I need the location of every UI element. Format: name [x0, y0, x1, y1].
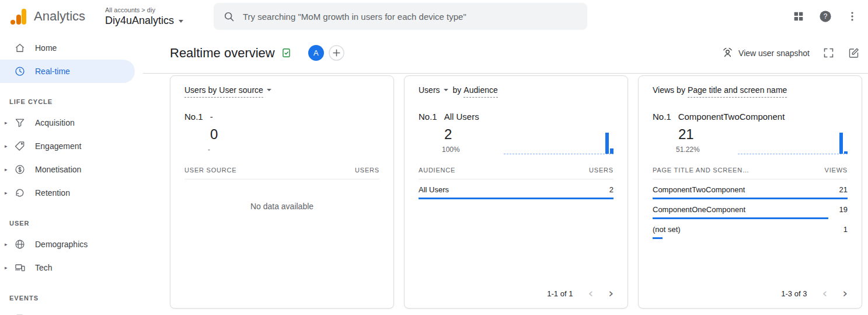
card-title: Users by User source — [184, 85, 379, 98]
expand-arrow-icon[interactable]: ▸ — [5, 167, 14, 172]
card-title: Views by Page title and screen name — [653, 85, 848, 98]
card-dimension-label: User source — [219, 85, 263, 95]
expand-arrow-icon[interactable]: ▸ — [5, 120, 14, 126]
column-value: USERS — [589, 167, 613, 174]
chevron-right-icon[interactable]: › — [608, 288, 613, 299]
metric-sub: - — [208, 146, 379, 154]
expand-arrow-icon[interactable]: ▸ — [5, 190, 14, 196]
acquisition-icon — [14, 117, 26, 129]
top-entry: No.1 ComponentTwoComponent — [653, 112, 848, 122]
card-by-label: by — [208, 85, 217, 95]
sidebar-item-label: Demographics — [35, 240, 88, 249]
pagination: 1-3 of 3 ‹ › — [653, 288, 848, 301]
dimension-dropdown[interactable]: Page title and screen name — [688, 85, 787, 98]
chevron-down-icon — [179, 20, 183, 23]
card-users-by-audience: Users by Audience No.1 All Users 2 100% … — [404, 75, 628, 309]
page-title: Realtime overview — [170, 46, 275, 61]
account-block: All accounts > diy Diy4uAnalytics — [105, 6, 205, 27]
table-row: (not set) 1 — [653, 219, 848, 239]
sidebar-item-label: Engagement — [35, 141, 81, 151]
chevron-left-icon[interactable]: ‹ — [588, 288, 593, 299]
pagination-label: 1-3 of 3 — [781, 289, 807, 298]
add-comparison-button[interactable] — [329, 45, 344, 61]
clock-icon — [14, 65, 26, 77]
rank-label: No.1 — [419, 112, 437, 122]
row-value: 1 — [843, 225, 848, 234]
sidebar-item-label: Monetisation — [35, 165, 81, 174]
card-dimension-label: Page title and screen name — [688, 85, 787, 95]
apps-grid-icon[interactable] — [792, 10, 805, 23]
expand-arrow-icon[interactable]: ▸ — [5, 143, 14, 149]
cards-row: Users by User source No.1 - 0 - USER SOU… — [143, 74, 868, 309]
sidebar-item-retention[interactable]: ▸ Retention — [0, 181, 135, 205]
dimension-dropdown[interactable]: Audience — [463, 85, 497, 98]
row-label: ComponentOneComponent — [653, 205, 745, 214]
sidebar-item-label: Acquisition — [35, 118, 75, 127]
column-dimension: AUDIENCE — [419, 167, 455, 174]
chevron-left-icon[interactable]: ‹ — [822, 288, 827, 299]
top-entry: No.1 All Users — [419, 112, 613, 122]
rank-value: ComponentTwoComponent — [678, 112, 785, 122]
view-user-snapshot-label: View user snapshot — [738, 49, 810, 58]
row-value: 21 — [839, 185, 848, 194]
view-user-snapshot-button[interactable]: View user snapshot — [721, 47, 810, 59]
pagination-label: 1-1 of 1 — [547, 289, 573, 298]
sparkline-chart — [738, 132, 848, 154]
retention-icon — [14, 187, 26, 199]
account-name: Diy4uAnalytics — [105, 15, 174, 27]
sidebar-item-realtime[interactable]: Real-time — [0, 60, 135, 83]
card-by-label: by — [677, 85, 685, 95]
chevron-right-icon[interactable]: › — [842, 288, 848, 299]
column-value: USERS — [355, 167, 379, 174]
user-snapshot-icon — [721, 47, 734, 59]
sidebar-item-engagement[interactable]: ▸ Engagement — [0, 134, 135, 158]
fullscreen-icon[interactable] — [822, 47, 835, 59]
expand-arrow-icon[interactable]: ▸ — [5, 265, 14, 271]
chevron-down-icon[interactable] — [444, 89, 448, 91]
topbar: Analytics All accounts > diy Diy4uAnalyt… — [0, 0, 868, 33]
brand-name: Analytics — [34, 9, 85, 24]
row-value-bar — [653, 237, 663, 239]
row-label: (not set) — [653, 225, 681, 234]
card-by-label: by — [453, 85, 462, 95]
sidebar-item-conversions[interactable]: ▸ Conversions — [0, 307, 135, 315]
chevron-down-icon[interactable] — [267, 89, 271, 91]
breadcrumb[interactable]: All accounts > diy — [105, 6, 205, 13]
table-row: ComponentOneComponent 19 — [653, 199, 848, 219]
sidebar-item-tech[interactable]: ▸ Tech — [0, 256, 135, 279]
header-actions: View user snapshot — [721, 47, 860, 59]
sidebar-item-acquisition[interactable]: ▸ Acquisition — [0, 111, 135, 134]
account-switcher[interactable]: Diy4uAnalytics — [105, 15, 205, 27]
table-header: USER SOURCE USERS — [184, 167, 379, 179]
sidebar-item-label: Real-time — [35, 67, 70, 76]
column-value: VIEWS — [825, 167, 848, 174]
rank-label: No.1 — [653, 112, 671, 122]
sidebar-item-home[interactable]: Home — [0, 36, 135, 60]
page-header: Realtime overview A View user snapshot — [143, 33, 868, 74]
expand-arrow-icon[interactable]: ▸ — [5, 241, 14, 247]
card-metric-label: Users — [184, 85, 206, 95]
realtime-check-icon — [281, 47, 292, 58]
row-label: ComponentTwoComponent — [653, 185, 745, 194]
search-bar[interactable] — [214, 3, 587, 30]
rank-value: All Users — [444, 112, 479, 122]
sidebar-item-monetisation[interactable]: ▸ Monetisation — [0, 158, 135, 181]
analytics-brand[interactable]: Analytics — [9, 9, 105, 25]
row-value-bar — [419, 198, 613, 199]
table-row: ComponentTwoComponent 21 — [653, 179, 848, 199]
edit-dashboard-icon[interactable] — [848, 47, 860, 59]
metric-dropdown[interactable]: Users — [419, 85, 440, 95]
table-header: AUDIENCE USERS — [419, 167, 613, 179]
search-icon — [223, 11, 235, 22]
sidebar-section-events: EVENTS — [0, 279, 143, 307]
more-vert-icon[interactable] — [846, 10, 859, 23]
avatar[interactable]: A — [308, 45, 324, 61]
row-value: 19 — [839, 205, 848, 214]
dimension-dropdown[interactable]: Users by User source — [184, 85, 263, 98]
table-row: All Users 2 — [419, 179, 613, 199]
search-input[interactable] — [243, 12, 578, 22]
sidebar-item-demographics[interactable]: ▸ Demographics — [0, 233, 135, 256]
help-icon[interactable]: ? — [819, 10, 832, 23]
devices-icon — [14, 262, 26, 274]
rank-value: - — [210, 112, 213, 122]
